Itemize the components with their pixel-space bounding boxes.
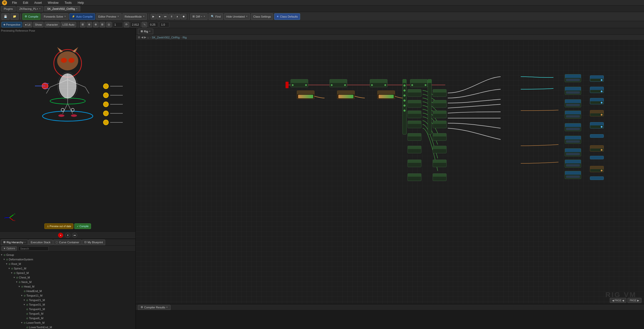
pause-playback-button[interactable]: ⏸ bbox=[65, 233, 70, 238]
nav-forward-button[interactable]: ▶ bbox=[144, 36, 146, 39]
node-exit-9[interactable] bbox=[590, 166, 604, 172]
forwards-solve-button[interactable]: Forwards Solve ▼ bbox=[42, 13, 68, 20]
node-4a[interactable] bbox=[410, 79, 428, 87]
diff-button[interactable]: ⊞ Diff ~ ▼ bbox=[190, 13, 208, 20]
next-page-button[interactable]: PAGE ▶ bbox=[627, 298, 641, 303]
rig-graph-close[interactable]: × bbox=[149, 30, 151, 33]
node-r4[interactable] bbox=[433, 121, 447, 128]
tab-execution-stack[interactable]: Execution Stack bbox=[28, 240, 53, 245]
rig-hierarchy-close[interactable]: × bbox=[24, 241, 26, 244]
breadcrumb-rig[interactable]: Rig bbox=[183, 36, 187, 39]
node-r1[interactable] bbox=[433, 89, 447, 97]
transform-button[interactable]: ⊞ bbox=[100, 22, 105, 27]
content-browser-button[interactable]: 📁 bbox=[11, 13, 19, 20]
compiler-tab[interactable]: ⚙ Compiler Results × bbox=[138, 305, 171, 310]
prev-page-button[interactable]: ◀ PAGE ◀ bbox=[610, 298, 627, 303]
tab-zkracing[interactable]: ZKRacing_PL+ × bbox=[17, 6, 43, 12]
compile-button[interactable]: ⚙ Compile bbox=[22, 13, 41, 20]
node-far-5[interactable] bbox=[565, 123, 581, 131]
tree-item[interactable]: ⊘Tongue6_M bbox=[0, 316, 135, 320]
graph-area[interactable]: RIG VM ◀ PAGE ◀ PAGE ▶ bbox=[136, 40, 644, 304]
tab-rig-hierarchy[interactable]: ⊞ Rig Hierarchy × bbox=[1, 240, 28, 245]
breadcrumb-sk[interactable]: SK_ZeekV002_CtrlRig bbox=[152, 36, 180, 39]
menu-edit[interactable]: Edit bbox=[22, 1, 29, 5]
node-exit-2[interactable] bbox=[590, 87, 604, 93]
tree-item[interactable]: ⊘Tongue41_M bbox=[0, 307, 135, 311]
auto-compile-button[interactable]: ⚡ Auto Compile bbox=[69, 13, 95, 20]
tree-item[interactable]: ▼⊘Spine2_M bbox=[0, 271, 135, 275]
menu-file[interactable]: File bbox=[11, 1, 18, 5]
tab-ctrlrig[interactable]: SK_ZeekV002_CtrlRig × bbox=[44, 6, 80, 12]
nav-back-button[interactable]: ◀ bbox=[141, 36, 143, 39]
node-exit-6[interactable] bbox=[590, 134, 604, 138]
node-far-9[interactable] bbox=[565, 171, 581, 179]
node-1a[interactable] bbox=[291, 79, 308, 87]
node-orange-2[interactable] bbox=[337, 90, 355, 99]
grid-toggle-button[interactable]: ⊞ bbox=[80, 22, 86, 27]
node-r8[interactable] bbox=[433, 173, 447, 181]
perspective-button[interactable]: ◈ Perspective bbox=[2, 22, 22, 27]
node-s4[interactable] bbox=[408, 121, 421, 128]
node-r5[interactable] bbox=[433, 133, 447, 141]
tree-item[interactable]: ▼⊘Root_M bbox=[0, 262, 135, 266]
node-orange-3[interactable] bbox=[377, 90, 395, 99]
node-s1[interactable] bbox=[408, 89, 421, 97]
node-exit-5[interactable] bbox=[590, 122, 604, 128]
node-far-4[interactable] bbox=[565, 111, 581, 119]
pause-button[interactable]: ⏸ bbox=[169, 14, 174, 19]
node-r3[interactable] bbox=[433, 111, 447, 118]
editor-preview-button[interactable]: Editor Preview ▼ bbox=[96, 13, 122, 20]
tree-item[interactable]: ⊘HeadEnd_M bbox=[0, 289, 135, 293]
tree-item[interactable]: ▼⊘Tongue31_M bbox=[0, 302, 135, 307]
tree-item[interactable]: ▼⊘DeformationSystem bbox=[0, 257, 135, 262]
node-exit-7[interactable] bbox=[590, 145, 604, 152]
tree-item[interactable]: ▼⊘Neck_M bbox=[0, 280, 135, 284]
tab-plugins[interactable]: Plugins bbox=[1, 6, 16, 12]
node-s2[interactable] bbox=[408, 100, 421, 108]
node-exit-3[interactable] bbox=[590, 98, 604, 104]
record-button[interactable]: ⏺ bbox=[181, 14, 186, 19]
node-orange-1[interactable] bbox=[297, 90, 314, 99]
node-3a[interactable] bbox=[370, 79, 387, 87]
snap2-button[interactable]: ⊗ bbox=[93, 22, 99, 27]
record-playback-button[interactable]: ● bbox=[58, 233, 63, 238]
lit-button[interactable]: ● Lit bbox=[23, 22, 32, 27]
tree-item[interactable]: ▼⊘LowerTeeth_M bbox=[0, 320, 135, 325]
preview-out-of-date-button[interactable]: ⚠ Preview out of date bbox=[45, 223, 73, 229]
node-exit-4[interactable] bbox=[590, 110, 604, 116]
node-s3[interactable] bbox=[408, 111, 421, 118]
menu-help[interactable]: Help bbox=[77, 1, 85, 5]
tab-my-blueprint[interactable]: ⊡ My Blueprint bbox=[82, 240, 105, 245]
node-far-2[interactable] bbox=[565, 87, 581, 95]
tree-item[interactable]: ▼⊘Tongue21_M bbox=[0, 298, 135, 302]
lod-auto-button[interactable]: LOD Auto bbox=[61, 22, 76, 27]
node-exit-1[interactable] bbox=[590, 75, 604, 82]
node-s5[interactable] bbox=[408, 133, 421, 141]
node-far-8[interactable] bbox=[565, 160, 581, 168]
node-far-1[interactable] bbox=[565, 74, 581, 82]
class-settings-button[interactable]: Class Settings bbox=[251, 13, 273, 20]
tree-item[interactable]: ▼⊘Chest_M bbox=[0, 275, 135, 280]
menu-asset[interactable]: Asset bbox=[33, 1, 43, 5]
skip-button[interactable]: ⏭ bbox=[163, 14, 168, 19]
tab-curve-container[interactable]: ◌ Curve Container bbox=[53, 240, 82, 245]
node-far-3[interactable] bbox=[565, 99, 581, 107]
play-button[interactable]: ▶ bbox=[151, 14, 156, 19]
compiler-close[interactable]: × bbox=[166, 306, 168, 309]
tab-zkracing-close[interactable]: × bbox=[39, 7, 41, 10]
hierarchy-search-input[interactable] bbox=[18, 246, 49, 251]
node-r2[interactable] bbox=[433, 100, 447, 108]
tree-item[interactable]: ▼⊘Group bbox=[0, 253, 135, 257]
find-button[interactable]: 🔍 Find bbox=[209, 13, 223, 20]
node-exit-10[interactable] bbox=[590, 176, 604, 180]
node-r7[interactable] bbox=[433, 160, 447, 167]
tree-item[interactable]: ⊘LowerTeethEnd_M bbox=[0, 325, 135, 329]
menu-window[interactable]: Window bbox=[47, 1, 60, 5]
tree-area[interactable]: ▼⊘Group▼⊘DeformationSystem▼⊘Root_M▼⊘Spin… bbox=[0, 252, 135, 329]
node-far-7[interactable] bbox=[565, 148, 581, 156]
node-2a[interactable] bbox=[330, 79, 347, 87]
viewport-area[interactable]: Previewing Reference Pose bbox=[0, 28, 135, 231]
snap-button[interactable]: ⊕ bbox=[87, 22, 92, 27]
scale-button[interactable]: ◎ bbox=[106, 22, 112, 27]
tree-item[interactable]: ▼⊘Head_M bbox=[0, 284, 135, 289]
